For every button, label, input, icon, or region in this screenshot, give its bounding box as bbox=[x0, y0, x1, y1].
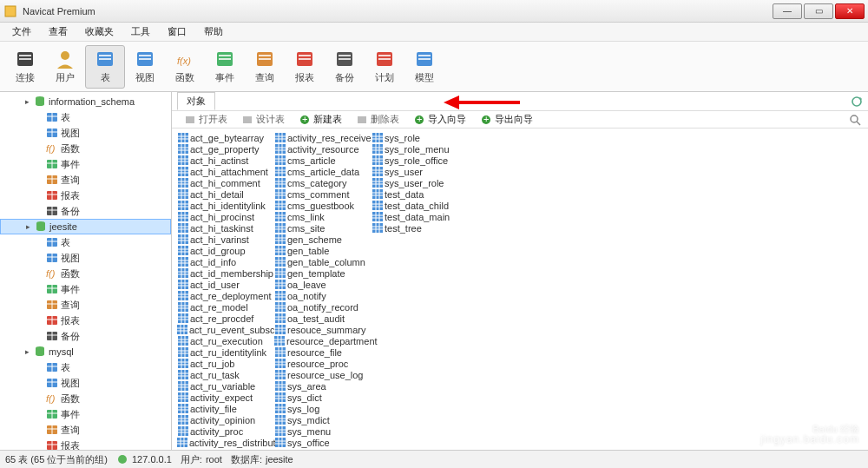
menu-2[interactable]: 收藏夹 bbox=[76, 23, 122, 40]
table-item[interactable]: act_ru_variable bbox=[177, 380, 274, 392]
table-item[interactable]: resource_proc bbox=[274, 358, 372, 369]
toolbar-query[interactable]: 查询 bbox=[245, 45, 285, 89]
tree-node-查询[interactable]: 查询 bbox=[0, 172, 171, 188]
table-item[interactable]: sys_role_office bbox=[372, 155, 469, 166]
maximize-button[interactable]: ▭ bbox=[804, 3, 833, 19]
close-button[interactable]: ✕ bbox=[835, 3, 865, 19]
toolbar-function[interactable]: f(x)函数 bbox=[165, 45, 205, 89]
table-item[interactable]: act_hi_attachment bbox=[177, 166, 274, 177]
table-item[interactable]: act_ru_job bbox=[177, 358, 274, 369]
tree-node-事件[interactable]: 事件 bbox=[0, 406, 171, 422]
table-item[interactable]: sys_log bbox=[274, 403, 372, 414]
tree-node-事件[interactable]: 事件 bbox=[0, 281, 171, 297]
table-item[interactable]: resouce_summary bbox=[274, 324, 372, 335]
table-item[interactable]: gen_template bbox=[274, 267, 372, 279]
tree-node-函数[interactable]: f()函数 bbox=[0, 391, 171, 406]
minimize-button[interactable]: — bbox=[773, 3, 802, 19]
table-item[interactable]: activity_proc bbox=[177, 425, 274, 437]
table-item[interactable]: act_hi_taskinst bbox=[177, 222, 274, 234]
toolbar-report[interactable]: 报表 bbox=[285, 45, 325, 89]
refresh-icon[interactable] bbox=[851, 96, 863, 108]
table-item[interactable]: cms_category bbox=[274, 177, 372, 188]
table-item[interactable]: cms_link bbox=[274, 211, 372, 222]
tree-node-查询[interactable]: 查询 bbox=[0, 297, 171, 313]
table-item[interactable]: sys_office bbox=[274, 437, 372, 448]
objbar-import-wizard[interactable]: +导入向导 bbox=[408, 111, 471, 128]
table-item[interactable]: sys_role bbox=[372, 132, 469, 143]
table-item[interactable]: cms_comment bbox=[274, 188, 372, 200]
menu-0[interactable]: 文件 bbox=[3, 23, 40, 40]
table-item[interactable]: cms_article_data bbox=[274, 166, 372, 177]
tree-node-事件[interactable]: 事件 bbox=[0, 156, 171, 172]
tree-node-jeesite[interactable]: ▸jeesite bbox=[0, 219, 171, 234]
table-item[interactable]: resource_file bbox=[274, 346, 372, 358]
table-item[interactable]: resource_department bbox=[274, 335, 372, 346]
table-item[interactable]: oa_notify_record bbox=[274, 301, 372, 313]
objbar-new-table[interactable]: +新建表 bbox=[293, 111, 347, 128]
table-item[interactable]: act_ge_bytearray bbox=[177, 132, 274, 143]
tree-node-视图[interactable]: 视图 bbox=[0, 375, 171, 391]
tree-node-视图[interactable]: 视图 bbox=[0, 250, 171, 266]
toolbar-view[interactable]: 视图 bbox=[125, 45, 165, 89]
table-item[interactable]: activity_expect bbox=[177, 392, 274, 403]
toolbar-connect[interactable]: 连接 bbox=[5, 45, 45, 89]
table-item[interactable]: act_hi_identitylink bbox=[177, 200, 274, 211]
tree-node-备份[interactable]: 备份 bbox=[0, 203, 171, 219]
table-item[interactable]: cms_guestbook bbox=[274, 200, 372, 211]
table-item[interactable]: activity_resource bbox=[274, 143, 372, 155]
menu-1[interactable]: 查看 bbox=[40, 23, 76, 40]
table-item[interactable]: sys_user bbox=[372, 166, 469, 177]
object-tab[interactable]: 对象 bbox=[177, 92, 215, 110]
tree-node-mysql[interactable]: ▸mysql bbox=[0, 344, 171, 359]
toolbar-table[interactable]: 表 bbox=[85, 45, 125, 89]
tree-node-表[interactable]: 表 bbox=[0, 234, 171, 250]
table-item[interactable]: act_id_user bbox=[177, 279, 274, 290]
db-tree[interactable]: ▸information_schema表视图f()函数事件查询报表备份▸jees… bbox=[0, 92, 172, 450]
table-item[interactable]: act_ru_event_subscr bbox=[177, 324, 274, 335]
table-item[interactable]: oa_test_audit bbox=[274, 313, 372, 324]
table-item[interactable]: act_re_deployment bbox=[177, 290, 274, 301]
table-item[interactable]: act_id_info bbox=[177, 256, 274, 267]
toolbar-model[interactable]: 模型 bbox=[404, 45, 444, 89]
expand-icon[interactable]: ▸ bbox=[23, 97, 31, 106]
tree-node-视图[interactable]: 视图 bbox=[0, 125, 171, 141]
table-item[interactable]: oa_leave bbox=[274, 279, 372, 290]
table-item[interactable]: act_ru_identitylink bbox=[177, 346, 274, 358]
table-item[interactable]: test_data bbox=[372, 188, 469, 200]
tree-node-函数[interactable]: f()函数 bbox=[0, 266, 171, 281]
tree-node-函数[interactable]: f()函数 bbox=[0, 141, 171, 156]
toolbar-backup[interactable]: 备份 bbox=[325, 45, 365, 89]
table-item[interactable]: sys_role_menu bbox=[372, 143, 469, 155]
tree-node-备份[interactable]: 备份 bbox=[0, 328, 171, 344]
table-item[interactable]: sys_menu bbox=[274, 425, 372, 437]
table-item[interactable]: oa_notify bbox=[274, 290, 372, 301]
table-list[interactable]: act_ge_bytearrayact_ge_propertyact_hi_ac… bbox=[172, 129, 868, 452]
table-item[interactable]: act_hi_detail bbox=[177, 188, 274, 200]
tree-node-报表[interactable]: 报表 bbox=[0, 188, 171, 203]
objbar-export-wizard[interactable]: +导出向导 bbox=[475, 111, 538, 128]
table-item[interactable]: test_tree bbox=[372, 222, 469, 234]
tree-node-查询[interactable]: 查询 bbox=[0, 422, 171, 438]
table-item[interactable]: gen_scheme bbox=[274, 234, 372, 245]
table-item[interactable]: act_hi_procinst bbox=[177, 211, 274, 222]
table-item[interactable]: resource_use_log bbox=[274, 369, 372, 380]
table-item[interactable]: sys_area bbox=[274, 380, 372, 392]
tree-node-表[interactable]: 表 bbox=[0, 359, 171, 375]
table-item[interactable]: sys_mdict bbox=[274, 414, 372, 425]
toolbar-user[interactable]: 用户 bbox=[45, 45, 85, 89]
table-item[interactable]: test_data_main bbox=[372, 211, 469, 222]
table-item[interactable]: sys_dict bbox=[274, 392, 372, 403]
table-item[interactable]: gen_table_column bbox=[274, 256, 372, 267]
table-item[interactable]: act_hi_comment bbox=[177, 177, 274, 188]
table-item[interactable]: act_id_membership bbox=[177, 267, 274, 279]
table-item[interactable]: test_data_child bbox=[372, 200, 469, 211]
table-item[interactable]: act_hi_actinst bbox=[177, 155, 274, 166]
table-item[interactable]: act_re_procdef bbox=[177, 313, 274, 324]
search-icon[interactable] bbox=[849, 114, 861, 126]
tree-node-报表[interactable]: 报表 bbox=[0, 438, 171, 450]
expand-icon[interactable]: ▸ bbox=[23, 222, 32, 231]
toolbar-event[interactable]: 事件 bbox=[205, 45, 245, 89]
menu-5[interactable]: 帮助 bbox=[195, 23, 232, 40]
table-item[interactable]: activity_opinion bbox=[177, 414, 274, 425]
menu-4[interactable]: 窗口 bbox=[159, 23, 195, 40]
